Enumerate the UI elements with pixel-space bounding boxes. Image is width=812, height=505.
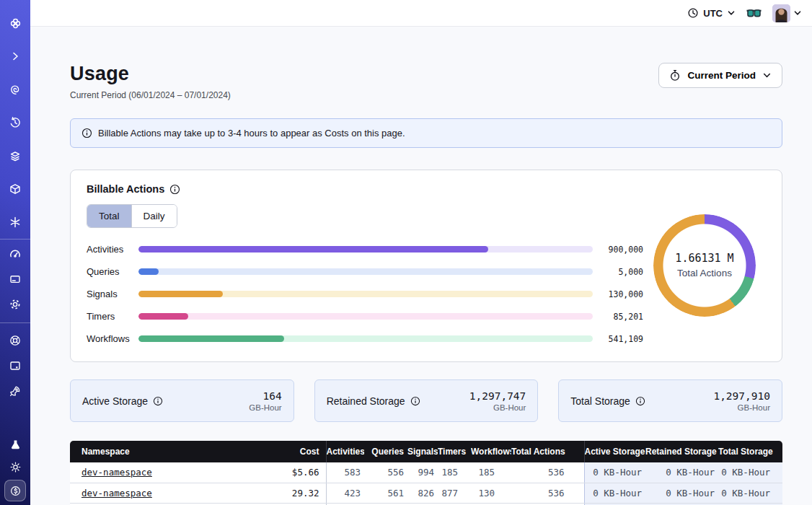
bar-track: [138, 335, 593, 342]
column-header-active-storage: Active Storage: [584, 441, 645, 462]
theme-sun-icon[interactable]: [0, 456, 30, 478]
page-subtitle: Current Period (06/01/2024 – 07/01/2024): [70, 90, 231, 100]
cell-total-storage: 0 KB-Hour: [718, 483, 782, 503]
bar-label: Workflows: [87, 333, 138, 344]
billable-bars-chart: Activities900,000Queries5,000Signals130,…: [87, 244, 643, 344]
page-title: Usage: [70, 63, 231, 85]
table-body: dev-namespace$5.665835569941851855360 KB…: [70, 462, 782, 505]
column-header-cost: Cost: [248, 441, 326, 462]
tab-daily[interactable]: Daily: [131, 205, 177, 227]
temporal-logo-icon[interactable]: [0, 6, 30, 40]
cell-signals: 826: [407, 483, 438, 503]
period-dropdown-label: Current Period: [687, 70, 756, 81]
usage-dollar-icon[interactable]: [4, 480, 26, 501]
feedback-goggles-icon[interactable]: [746, 8, 762, 19]
info-icon[interactable]: [169, 184, 180, 195]
bar-track: [138, 291, 593, 297]
table-row: dev-namespace$5.665835569941851855360 KB…: [70, 462, 782, 483]
user-menu[interactable]: [772, 4, 802, 22]
terminal-window-icon[interactable]: [0, 353, 30, 378]
info-icon: [81, 128, 92, 139]
storage-card-unit: GB-Hour: [249, 403, 281, 412]
chevron-down-icon: [793, 9, 802, 17]
billable-actions-title: Billable Actions: [87, 183, 164, 195]
cell-workflows: 185: [471, 462, 511, 483]
bar-value: 5,000: [593, 267, 643, 277]
info-icon[interactable]: [635, 396, 645, 406]
column-header-total-storage: Total Storage: [718, 441, 782, 462]
labs-flask-icon[interactable]: [0, 434, 30, 456]
bar-fill: [138, 335, 284, 342]
cell-queries: 561: [364, 483, 407, 503]
sidebar: [0, 0, 30, 505]
storage-card-label: Total Storage: [570, 395, 630, 407]
expand-sidebar-icon[interactable]: [0, 40, 30, 73]
storage-cards-row: Active Storage164GB-HourRetained Storage…: [70, 379, 782, 422]
bar-row-activities: Activities900,000: [87, 244, 643, 255]
total-daily-toggle: TotalDaily: [87, 204, 177, 228]
cell-active-storage: 0 KB-Hour: [584, 483, 645, 503]
schedules-clock-icon[interactable]: [0, 106, 30, 139]
tab-total[interactable]: Total: [87, 205, 131, 227]
deployments-cube-icon[interactable]: [0, 172, 30, 206]
storage-card-unit: GB-Hour: [469, 403, 526, 412]
bar-fill: [138, 268, 159, 275]
nexus-asterisk-icon[interactable]: [0, 206, 30, 239]
cell-retained-storage: 0 KB-Hour: [645, 462, 718, 483]
bar-row-workflows: Workflows541,109: [87, 333, 643, 344]
timezone-label: UTC: [703, 8, 723, 19]
storage-card-value: 1,297,910: [713, 390, 770, 402]
settings-gear-icon[interactable]: [0, 291, 30, 317]
bar-value: 541,109: [593, 334, 643, 344]
cell-queries: 556: [364, 462, 407, 483]
support-lifebuoy-icon[interactable]: [0, 328, 30, 353]
cell-workflows: 130: [471, 483, 511, 503]
bar-value: 130,000: [593, 289, 643, 299]
stacks-layers-icon[interactable]: [0, 139, 30, 172]
cell-timers: 877: [438, 483, 471, 503]
bar-label: Signals: [87, 289, 138, 299]
stopwatch-icon: [669, 69, 681, 82]
namespace-link[interactable]: dev-namespace: [81, 467, 152, 478]
bar-track: [138, 268, 593, 275]
storage-card-value: 164: [249, 390, 281, 402]
namespaces-icon[interactable]: [0, 73, 30, 106]
getting-started-rocket-icon[interactable]: [0, 378, 30, 403]
total-actions-donut-chart: 1.66131 M Total Actions: [653, 214, 756, 317]
column-header-retained-storage: Retained Storage: [645, 441, 718, 462]
bar-row-queries: Queries5,000: [87, 266, 643, 277]
bar-track: [138, 313, 593, 320]
cell-total-actions: 536: [511, 462, 584, 483]
column-header-queries: Queries: [364, 441, 407, 462]
column-header-activities: Activities: [326, 441, 364, 462]
cell-total-storage: 0 KB-Hour: [718, 462, 782, 483]
column-header-workflows: Workflows: [471, 441, 511, 462]
bar-row-timers: Timers85,201: [87, 311, 643, 322]
info-icon[interactable]: [153, 396, 163, 406]
donut-total-label: Total Actions: [677, 268, 732, 278]
billable-actions-card: Billable Actions TotalDaily Activities90…: [70, 170, 782, 362]
column-header-timers: Timers: [438, 441, 471, 462]
avatar: [772, 4, 790, 22]
bar-value: 85,201: [593, 312, 643, 322]
bar-label: Activities: [87, 244, 138, 255]
timezone-picker[interactable]: UTC: [687, 7, 736, 19]
storage-card-total-storage: Total Storage1,297,910GB-Hour: [558, 379, 782, 422]
billing-card-icon[interactable]: [0, 266, 30, 291]
clock-icon: [687, 7, 699, 19]
top-bar: UTC: [30, 0, 812, 27]
storage-card-retained-storage: Retained Storage1,297,747GB-Hour: [314, 379, 539, 422]
cell-activities: 423: [326, 483, 364, 503]
namespace-link[interactable]: dev-namespace: [81, 488, 152, 499]
banner-text: Billable Actions may take up to 3-4 hour…: [98, 128, 405, 139]
bar-fill: [138, 291, 223, 297]
cell-retained-storage: 0 KB-Hour: [645, 483, 718, 503]
period-dropdown-button[interactable]: Current Period: [658, 63, 782, 88]
info-icon[interactable]: [410, 396, 420, 406]
bar-label: Queries: [87, 266, 138, 277]
usage-gauge-icon[interactable]: [0, 241, 30, 266]
bar-value: 900,000: [593, 245, 643, 255]
storage-card-unit: GB-Hour: [713, 403, 770, 412]
bar-label: Timers: [87, 311, 138, 322]
column-header-signals: Signals: [407, 441, 438, 462]
